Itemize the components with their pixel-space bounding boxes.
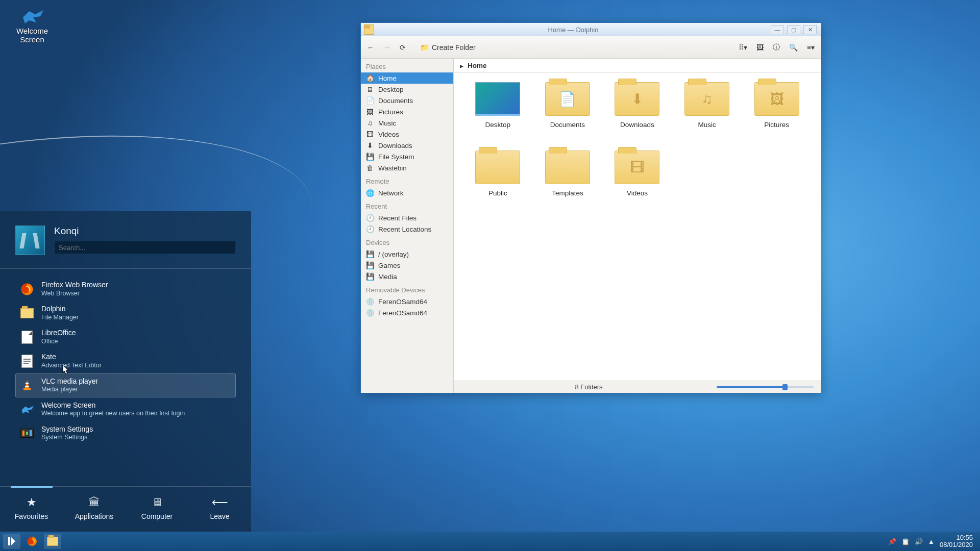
nav-reload-button[interactable]: ⟳ [400,43,406,52]
sidebar-item-videos[interactable]: 🎞Videos [361,129,453,140]
hamburger-menu-button[interactable]: ≡▾ [807,43,815,52]
sidebar-label: Documents [378,97,413,105]
breadcrumb-home[interactable]: Home [468,62,487,69]
search-button[interactable]: 🔍 [789,43,798,52]
folder-templates[interactable]: Templates [534,151,602,217]
desktop-icon-welcome[interactable]: Welcome Screen [9,7,55,44]
window-titlebar[interactable]: Home — Dolphin — ▢ ✕ [361,23,821,36]
sidebar-item-network[interactable]: 🌐Network [361,187,453,198]
bird-icon [20,402,34,416]
window-close-button[interactable]: ✕ [803,25,817,34]
start-item-title: Kate [41,353,102,362]
start-search-input[interactable] [54,241,236,254]
folder-music[interactable]: ♫Music [673,82,741,148]
folder-downloads[interactable]: ⬇Downloads [603,82,671,148]
sidebar-item-wastebin[interactable]: 🗑Wastebin [361,162,453,173]
create-folder-button[interactable]: 📁 Create Folder [420,43,476,52]
tray-volume-icon[interactable]: 🔊 [915,538,923,545]
tray-updates-icon[interactable]: ▲ [928,538,935,545]
taskbar-firefox[interactable] [23,534,41,549]
window-maximize-button[interactable]: ▢ [787,25,800,34]
sidebar-item-pictures[interactable]: 🖼Pictures [361,106,453,117]
folder-icon: 🖼 [754,82,799,116]
start-item-vlc[interactable]: VLC media player Media player [15,373,236,397]
sidebar-item-home[interactable]: 🏠Home [361,72,453,84]
start-item-libreoffice[interactable]: LibreOffice Office [15,325,236,349]
nav-forward-button[interactable]: → [383,43,390,52]
window-minimize-button[interactable]: — [771,25,784,34]
monitor-icon: 🖥 [127,496,187,509]
sidebar-icon: ⬇ [366,141,374,149]
folder-public[interactable]: Public [464,151,532,217]
folder-pictures[interactable]: 🖼Pictures [743,82,811,148]
start-tab-leave[interactable]: ⟵Leave [190,496,250,520]
user-avatar[interactable] [15,226,45,255]
sidebar-item-file-system[interactable]: 💾File System [361,151,453,162]
nav-back-button[interactable]: ← [367,43,374,52]
start-item-folder[interactable]: Dolphin File Manager [15,301,236,325]
settings-icon [20,426,34,440]
sidebar-item-documents[interactable]: 📄Documents [361,95,453,106]
svg-rect-4 [25,386,29,387]
sidebar-label: Recent Files [378,214,416,222]
sidebar-icon: 🕘 [366,225,374,233]
sidebar-header-places: Places [361,59,453,72]
sidebar-label: Music [378,119,396,127]
start-item-title: Welcome Screen [41,401,185,410]
folder-icon [364,24,374,35]
start-item-kate[interactable]: Kate Advanced Text Editor [15,349,236,373]
status-text: 8 Folders [461,383,717,391]
clock-time: 10:55 [940,534,973,541]
folder-documents[interactable]: 📄Documents [534,82,602,148]
vlc-icon [20,378,34,392]
folder-videos[interactable]: 🎞Videos [603,151,671,217]
sidebar-item--overlay-[interactable]: 💾/ (overlay) [361,248,453,260]
start-tab-label: Leave [210,512,229,520]
start-item-bird[interactable]: Welcome Screen Welcome app to greet new … [15,397,236,421]
svg-rect-3 [26,383,29,384]
folder-desktop[interactable]: Desktop [464,82,532,148]
view-mode-button[interactable]: ⠿▾ [739,43,747,52]
start-item-settings[interactable]: System Settings System Settings [15,421,236,445]
start-tab-favourites[interactable]: ★Favourites [2,496,62,520]
user-name: Konqi [54,226,236,237]
sidebar-label: Downloads [378,142,412,149]
sidebar-icon: 💾 [366,250,374,258]
sidebar-header-devices: Devices [361,235,453,248]
sidebar-item-ferenosamd64[interactable]: 💿FerenOSamd64 [361,296,453,307]
sidebar-item-recent-locations[interactable]: 🕘Recent Locations [361,223,453,235]
zoom-slider[interactable] [717,386,814,388]
tray-pin-icon[interactable]: 📌 [888,538,896,545]
libreoffice-icon [20,330,34,344]
start-button[interactable] [3,534,20,549]
start-tab-applications[interactable]: 🏛Applications [64,496,125,520]
folder-label: Documents [534,121,602,129]
window-title: Home — Dolphin [377,26,769,34]
info-button[interactable]: ⓘ [773,43,780,52]
sidebar-item-recent-files[interactable]: 🕘Recent Files [361,212,453,223]
start-tab-computer[interactable]: 🖥Computer [127,496,187,520]
taskbar-dolphin[interactable] [44,534,61,549]
tray-clipboard-icon[interactable]: 📋 [901,538,910,545]
sidebar-item-music[interactable]: ♫Music [361,117,453,129]
preview-button[interactable]: 🖼 [756,43,764,52]
sidebar-item-desktop[interactable]: 🖥Desktop [361,84,453,95]
file-grid: Desktop📄Documents⬇Downloads♫Music🖼Pictur… [454,73,821,381]
breadcrumb[interactable]: ▸ Home [454,59,821,73]
start-item-title: System Settings [41,425,93,434]
sidebar-item-ferenosamd64[interactable]: 💿FerenOSamd64 [361,307,453,318]
sidebar-header-removable: Removable Devices [361,282,453,296]
start-item-firefox[interactable]: Firefox Web Browser Web Browser [15,277,236,301]
sidebar-label: Home [378,74,397,82]
sidebar-label: FerenOSamd64 [378,309,427,317]
sidebar-item-downloads[interactable]: ⬇Downloads [361,140,453,151]
folder-icon [20,306,34,320]
sidebar-icon: 💾 [366,153,374,161]
start-item-desc: File Manager [41,314,79,322]
taskbar-clock[interactable]: 10:55 08/01/2020 [940,534,973,549]
sidebar-item-games[interactable]: 💾Games [361,260,453,271]
start-item-desc: Welcome app to greet new users on their … [41,410,185,418]
sidebar-item-media[interactable]: 💾Media [361,271,453,282]
sidebar-label: Recent Locations [378,226,431,233]
folder-icon [475,151,520,184]
